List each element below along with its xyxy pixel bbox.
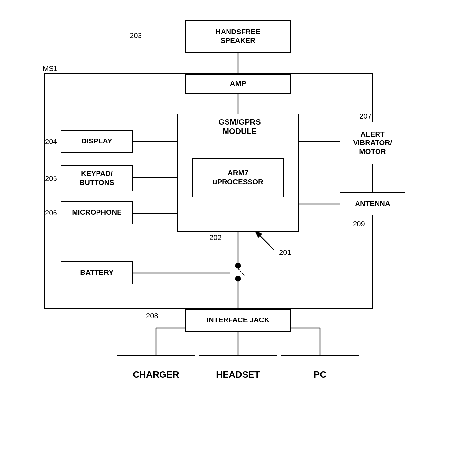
ref-207: 207 xyxy=(359,112,372,120)
keypad-label: KEYPAD/BUTTONS xyxy=(79,169,114,187)
gsm-gprs-label: GSM/GPRSMODULE xyxy=(181,118,298,137)
ref-205: 205 xyxy=(45,174,57,183)
microphone-box: MICROPHONE xyxy=(61,201,133,224)
ms1-label: MS1 xyxy=(43,64,57,73)
antenna-label: ANTENNA xyxy=(355,199,390,208)
keypad-box: KEYPAD/BUTTONS xyxy=(61,165,133,191)
interface-jack-box: INTERFACE JACK xyxy=(185,309,291,332)
diagram: MS1 HANDSFREESPEAKER 203 AMP GSM/GPRSMOD… xyxy=(25,13,451,447)
microphone-label: MICROPHONE xyxy=(72,208,122,217)
arm7-label: ARM7uPROCESSOR xyxy=(213,169,263,186)
pc-box: PC xyxy=(281,355,359,394)
alert-vibrator-box: ALERTVIBRATOR/MOTOR xyxy=(340,122,405,164)
battery-label: BATTERY xyxy=(80,268,113,277)
pc-label: PC xyxy=(314,369,327,380)
alert-vibrator-label: ALERTVIBRATOR/MOTOR xyxy=(353,130,392,156)
handsfree-speaker-box: HANDSFREESPEAKER xyxy=(185,20,291,53)
charger-box: CHARGER xyxy=(117,355,195,394)
ref-201: 201 xyxy=(279,248,291,257)
ref-203: 203 xyxy=(130,32,142,40)
handsfree-speaker-label: HANDSFREESPEAKER xyxy=(216,28,261,45)
ref-208: 208 xyxy=(146,312,158,320)
battery-box: BATTERY xyxy=(61,261,133,284)
headset-label: HEADSET xyxy=(216,369,260,380)
ref-202: 202 xyxy=(209,233,222,242)
amp-label: AMP xyxy=(230,79,246,88)
arm7-box: ARM7uPROCESSOR xyxy=(192,158,284,197)
ref-209: 209 xyxy=(353,220,365,228)
display-box: DISPLAY xyxy=(61,130,133,153)
amp-box: AMP xyxy=(185,74,291,94)
ref-206: 206 xyxy=(45,209,57,217)
antenna-box: ANTENNA xyxy=(340,192,405,215)
charger-label: CHARGER xyxy=(133,369,179,380)
headset-box: HEADSET xyxy=(199,355,277,394)
ref-204: 204 xyxy=(45,138,57,146)
display-label: DISPLAY xyxy=(81,137,112,145)
interface-jack-label: INTERFACE JACK xyxy=(207,316,270,324)
